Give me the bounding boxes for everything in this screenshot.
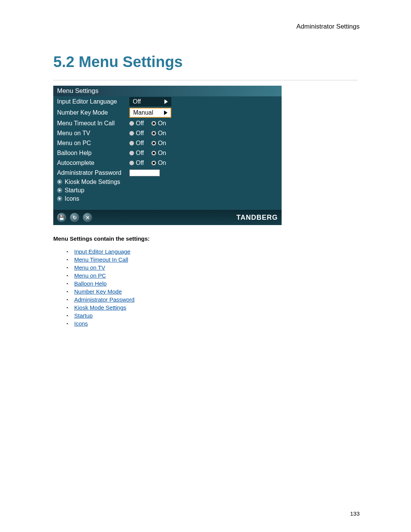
list-item: Startup — [67, 312, 134, 320]
link-balloon-help[interactable]: Balloon Help — [74, 280, 107, 287]
radio-icon — [151, 121, 156, 126]
autocomplete-on[interactable]: On — [151, 160, 166, 166]
autocomplete-row: Autocomplete Off On — [53, 158, 282, 168]
content-subheading: Menu Settings contain the settings: — [53, 235, 150, 242]
menu-timeout-label: Menu Timeout In Call — [57, 120, 129, 127]
link-startup[interactable]: Startup — [74, 312, 92, 319]
number-key-mode-row: Number Key Mode Manual — [53, 107, 282, 118]
list-item: Input Editor Language — [67, 248, 134, 256]
input-editor-language-row: Input Editor Language Off — [53, 96, 282, 107]
admin-password-row: Administrator Password — [53, 168, 282, 178]
link-input-editor-language[interactable]: Input Editor Language — [74, 248, 131, 255]
link-admin-password[interactable]: Administrator Password — [74, 296, 134, 303]
link-menu-timeout[interactable]: Menu Timeout In Call — [74, 256, 128, 263]
radio-icon — [129, 161, 134, 165]
radio-icon — [129, 131, 134, 136]
submenu-arrow-icon — [57, 196, 62, 201]
menu-tv-row: Menu on TV Off On — [53, 128, 282, 138]
refresh-icon[interactable]: ↻ — [70, 213, 79, 222]
balloon-help-label: Balloon Help — [57, 150, 129, 157]
close-icon[interactable]: ✕ — [83, 213, 92, 222]
menu-settings-screenshot: Menu Settings Input Editor Language Off … — [53, 86, 282, 225]
menu-pc-label: Menu on PC — [57, 140, 129, 147]
radio-icon — [129, 151, 134, 155]
icons-submenu[interactable]: Icons — [53, 195, 282, 203]
submenu-arrow-icon — [57, 188, 62, 193]
menu-pc-off[interactable]: Off — [129, 140, 144, 147]
balloon-help-row: Balloon Help Off On — [53, 148, 282, 158]
divider — [53, 80, 358, 80]
balloon-help-on[interactable]: On — [151, 150, 166, 157]
link-menu-on-tv[interactable]: Menu on TV — [74, 264, 105, 271]
list-item: Balloon Help — [67, 280, 134, 288]
screenshot-title: Menu Settings — [53, 86, 282, 96]
radio-icon — [129, 141, 134, 145]
number-key-mode-dropdown[interactable]: Manual — [129, 108, 171, 118]
list-item: Number Key Mode — [67, 288, 134, 296]
radio-icon — [151, 141, 156, 145]
menu-timeout-row: Menu Timeout In Call Off On — [53, 118, 282, 128]
submenu-arrow-icon — [57, 179, 62, 185]
input-editor-language-label: Input Editor Language — [57, 98, 129, 105]
menu-timeout-off[interactable]: Off — [129, 120, 144, 127]
screenshot-footer: 💾 ↻ ✕ TANDBERG — [53, 210, 282, 225]
menu-tv-on[interactable]: On — [151, 130, 166, 137]
brand-logo: TANDBERG — [236, 214, 278, 222]
link-number-key-mode[interactable]: Number Key Mode — [74, 288, 122, 295]
settings-link-list: Input Editor Language Menu Timeout In Ca… — [67, 248, 134, 328]
menu-tv-label: Menu on TV — [57, 130, 129, 137]
number-key-mode-label: Number Key Mode — [57, 109, 129, 116]
menu-pc-row: Menu on PC Off On — [53, 138, 282, 148]
dropdown-value: Off — [133, 98, 141, 105]
kiosk-mode-submenu[interactable]: Kiosk Mode Settings — [53, 178, 282, 186]
admin-password-label: Administrator Password — [57, 169, 129, 176]
list-item: Kiosk Mode Settings — [67, 304, 134, 312]
autocomplete-label: Autocomplete — [57, 160, 129, 166]
radio-icon — [151, 131, 156, 136]
chevron-right-icon — [164, 99, 168, 104]
link-kiosk-mode[interactable]: Kiosk Mode Settings — [74, 304, 126, 311]
startup-submenu[interactable]: Startup — [53, 186, 282, 195]
radio-icon — [151, 161, 156, 165]
breadcrumb: Administrator Settings — [296, 23, 360, 30]
radio-icon — [129, 121, 134, 126]
list-item: Administrator Password — [67, 296, 134, 304]
menu-pc-on[interactable]: On — [151, 140, 166, 147]
dropdown-value: Manual — [133, 109, 153, 116]
link-menu-on-pc[interactable]: Menu on PC — [74, 272, 106, 279]
radio-icon — [151, 151, 156, 155]
list-item: Menu Timeout In Call — [67, 256, 134, 264]
admin-password-input[interactable] — [129, 169, 160, 176]
menu-timeout-on[interactable]: On — [151, 120, 166, 127]
list-item: Menu on TV — [67, 264, 134, 272]
autocomplete-off[interactable]: Off — [129, 160, 144, 166]
list-item: Menu on PC — [67, 272, 134, 280]
save-icon[interactable]: 💾 — [57, 213, 66, 222]
section-title: 5.2 Menu Settings — [53, 53, 183, 70]
list-item: Icons — [67, 320, 134, 328]
input-editor-language-dropdown[interactable]: Off — [129, 97, 171, 106]
link-icons[interactable]: Icons — [74, 320, 88, 327]
chevron-right-icon — [164, 110, 167, 115]
balloon-help-off[interactable]: Off — [129, 150, 144, 157]
menu-tv-off[interactable]: Off — [129, 130, 144, 137]
page-number: 133 — [350, 510, 360, 517]
